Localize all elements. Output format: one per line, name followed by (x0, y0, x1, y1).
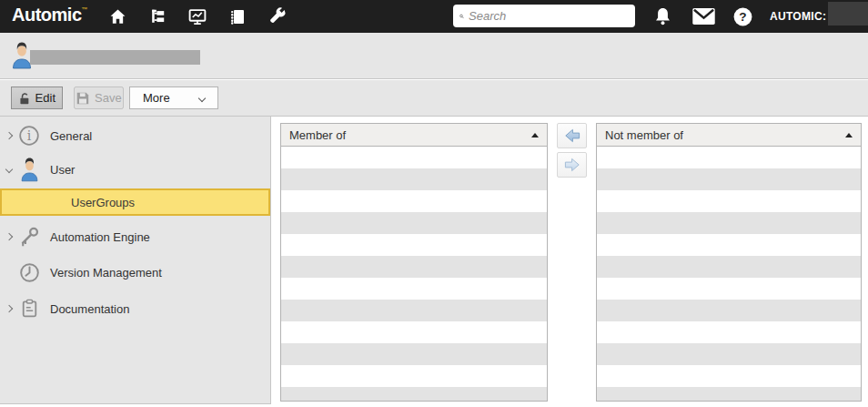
member-of-list (281, 147, 547, 401)
arrow-left-icon (563, 127, 581, 145)
sidebar-item-label: General (50, 129, 92, 143)
arrow-right-icon (563, 156, 581, 174)
list-row (597, 321, 861, 343)
save-button-label: Save (95, 91, 122, 105)
list-row (281, 343, 547, 365)
chevron-right-icon (5, 233, 13, 240)
list-row (597, 147, 861, 168)
more-button-label: More (143, 91, 170, 105)
lock-open-icon (18, 91, 32, 106)
toolbar: Edit Save More (0, 80, 868, 117)
object-header (0, 33, 868, 79)
more-button[interactable]: More (129, 86, 218, 109)
user-avatar-icon (17, 156, 41, 183)
sidebar-item-label: UserGroups (71, 196, 135, 209)
sidebar-item-label: Documentation (50, 302, 129, 316)
sidebar-item-label: Version Management (50, 266, 162, 280)
sidebar-item-general[interactable]: i General (0, 124, 270, 148)
sidebar-item-label: User (50, 163, 75, 177)
sidebar-item-usergroups[interactable]: UserGroups (0, 188, 270, 216)
list-row (281, 212, 547, 234)
list-row (281, 234, 547, 256)
topbar-nav (107, 0, 288, 33)
list-row (281, 321, 547, 343)
list-row (281, 278, 547, 300)
sidebar-item-version-management[interactable]: Version Management (0, 259, 270, 285)
member-of-title: Member of (289, 128, 346, 142)
process-assembly-icon[interactable] (147, 6, 167, 26)
process-monitoring-icon[interactable] (187, 6, 207, 26)
more-chevron-icon (198, 94, 206, 101)
not-member-of-panel: Not member of (596, 123, 862, 402)
clock-icon (17, 259, 41, 286)
topbar: Automic™ (0, 0, 868, 33)
search-input[interactable] (469, 9, 629, 23)
save-floppy-icon (76, 91, 90, 106)
edit-button-label: Edit (35, 91, 56, 105)
move-to-not-member-button[interactable] (557, 152, 587, 178)
usergroups-editor: Member of Not member of (271, 117, 868, 407)
list-row (597, 365, 861, 387)
list-row (597, 343, 861, 365)
key-icon (17, 223, 41, 250)
trademark-mark: ™ (82, 6, 88, 13)
chevron-right-icon (5, 132, 13, 139)
catalog-icon[interactable] (227, 6, 247, 26)
account-menu[interactable]: AUTOMIC: (770, 0, 868, 33)
not-member-of-title: Not member of (605, 128, 683, 142)
list-row (597, 190, 861, 212)
help-icon[interactable]: ? (732, 5, 753, 27)
sidebar-item-label: Automation Engine (50, 230, 150, 244)
member-of-panel: Member of (280, 123, 548, 402)
list-row (597, 256, 861, 278)
list-row (597, 168, 861, 190)
info-icon: i (17, 122, 41, 149)
sidebar-item-user[interactable]: User (0, 155, 270, 184)
messages-mail-icon[interactable] (691, 6, 716, 26)
list-row (281, 256, 547, 278)
svg-text:i: i (27, 128, 32, 143)
object-tabs-sidebar: i General User UserGroups Auto (0, 117, 271, 404)
not-member-of-column-header[interactable]: Not member of (597, 124, 861, 147)
home-icon[interactable] (107, 6, 127, 26)
search-icon (459, 10, 464, 23)
list-row (281, 168, 547, 190)
sort-ascending-icon (531, 133, 539, 137)
list-row (281, 147, 547, 168)
object-title-redacted (30, 50, 200, 65)
list-row (597, 234, 861, 256)
list-row (597, 212, 861, 234)
automic-logo: Automic™ (12, 5, 87, 25)
list-row (281, 190, 547, 212)
save-button[interactable]: Save (74, 86, 124, 109)
notifications-bell-icon[interactable] (651, 5, 674, 27)
move-to-member-button[interactable] (557, 123, 587, 148)
sidebar-item-documentation[interactable]: Documentation (0, 296, 270, 321)
edit-button[interactable]: Edit (11, 86, 63, 109)
search-box[interactable] (453, 5, 635, 27)
list-row (597, 300, 861, 321)
list-row (597, 387, 861, 401)
list-row (281, 365, 547, 387)
list-row (281, 387, 547, 401)
account-label: AUTOMIC: (770, 10, 826, 23)
account-name-redacted (828, 2, 868, 25)
chevron-right-icon (5, 305, 13, 312)
sidebar-item-automation-engine[interactable]: Automation Engine (0, 224, 270, 249)
clipboard-icon (17, 295, 41, 322)
transfer-buttons (557, 123, 587, 178)
member-of-column-header[interactable]: Member of (281, 124, 547, 147)
svg-text:?: ? (739, 10, 746, 24)
list-row (597, 278, 861, 300)
not-member-of-list (597, 147, 861, 401)
sort-ascending-icon (845, 133, 853, 137)
list-row (281, 300, 547, 321)
chevron-down-icon (5, 166, 13, 173)
administration-wrench-icon[interactable] (267, 6, 288, 26)
